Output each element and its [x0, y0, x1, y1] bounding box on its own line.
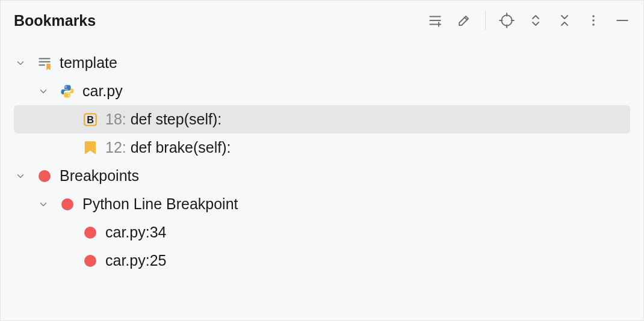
breakpoint-item[interactable]: car.py:34 [14, 218, 630, 246]
svg-point-11 [592, 15, 595, 17]
svg-point-19 [68, 95, 69, 96]
chevron-down-icon[interactable] [14, 171, 27, 182]
bookmark-label: 12: def brake(self): [105, 139, 231, 156]
svg-point-23 [61, 198, 73, 210]
bookmark-list-icon [36, 54, 54, 72]
file-car-py[interactable]: car.py [14, 77, 630, 105]
up-down-icon[interactable] [527, 11, 545, 29]
toolbar-separator [485, 11, 486, 30]
svg-point-25 [84, 255, 96, 267]
chevron-down-icon[interactable] [37, 86, 50, 97]
mnemonic-b-icon: B [81, 111, 99, 129]
group-template[interactable]: template [14, 49, 630, 77]
svg-text:B: B [87, 114, 94, 124]
breakpoint-location: car.py:25 [105, 252, 166, 269]
breakpoint-type-python-line[interactable]: Python Line Breakpoint [14, 190, 630, 218]
bookmarks-tree: template car.py [1, 35, 643, 275]
more-icon[interactable] [584, 11, 602, 29]
group-label: Breakpoints [60, 167, 139, 185]
line-number: 12: [105, 139, 126, 156]
bookmark-flag-icon [81, 139, 99, 157]
code-text: def step(self): [126, 111, 221, 127]
svg-point-18 [65, 86, 66, 87]
breakpoint-icon [36, 167, 54, 185]
breakpoint-item[interactable]: car.py:25 [14, 246, 630, 275]
collapse-icon[interactable] [556, 11, 574, 29]
svg-point-22 [39, 170, 51, 182]
bookmarks-panel: Bookmarks [0, 0, 644, 321]
add-list-icon[interactable] [426, 11, 444, 29]
panel-header: Bookmarks [1, 1, 643, 35]
panel-title: Bookmarks [14, 12, 96, 29]
breakpoint-icon [81, 252, 99, 270]
breakpoint-location: car.py:34 [105, 224, 166, 241]
panel-toolbar [426, 11, 631, 30]
bookmark-mnemonic-b[interactable]: B 18: def step(self): [14, 105, 630, 133]
svg-point-24 [84, 227, 96, 239]
svg-point-12 [592, 19, 595, 22]
breakpoint-icon [58, 195, 76, 213]
svg-point-6 [501, 15, 512, 25]
bookmark-label: 18: def step(self): [105, 111, 221, 128]
breakpoint-type-label: Python Line Breakpoint [82, 195, 238, 213]
svg-point-13 [592, 23, 595, 26]
code-text: def brake(self): [126, 139, 231, 156]
edit-icon[interactable] [455, 11, 473, 29]
bookmark-flag[interactable]: 12: def brake(self): [14, 133, 630, 162]
file-label: car.py [82, 82, 123, 100]
group-breakpoints[interactable]: Breakpoints [14, 162, 630, 190]
target-icon[interactable] [498, 11, 516, 29]
chevron-down-icon[interactable] [37, 199, 50, 210]
breakpoint-icon [81, 224, 99, 242]
chevron-down-icon[interactable] [14, 58, 27, 69]
group-label: template [60, 54, 117, 72]
line-number: 18: [105, 111, 126, 127]
minimize-icon[interactable] [613, 11, 631, 29]
python-file-icon [58, 82, 76, 100]
